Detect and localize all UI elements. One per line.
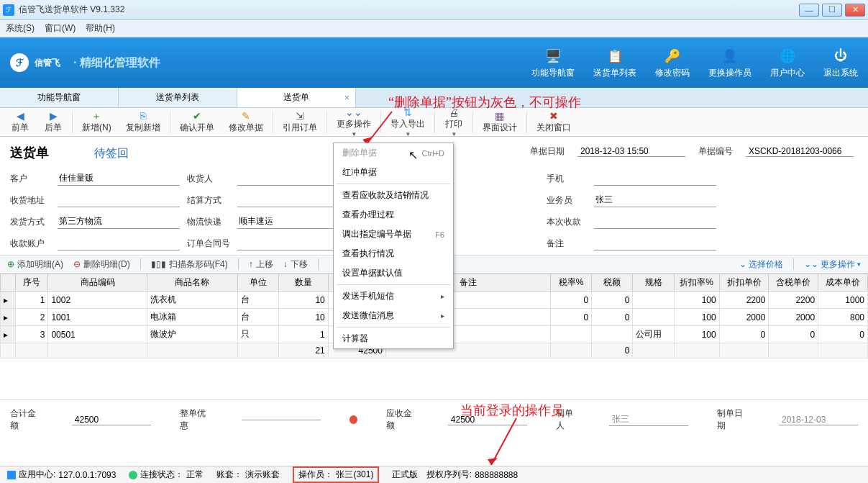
window-close-button[interactable]: ✕ — [845, 4, 865, 17]
col-discprice[interactable]: 折扣单价 — [719, 274, 769, 292]
banner-user-center-button[interactable]: 🌐用户中心 — [770, 47, 805, 79]
doc-date-value[interactable]: 2018-12-03 15:50 — [577, 146, 685, 157]
plus-circle-icon: ⊕ — [7, 259, 14, 269]
thispay-input[interactable] — [594, 215, 716, 229]
add-button[interactable]: ＋新增(N) — [76, 108, 118, 136]
tab-close-icon[interactable]: × — [344, 93, 350, 103]
maker-value: 张三 — [609, 413, 688, 426]
copy-icon: ⎘ — [140, 110, 146, 122]
menu-view-ar[interactable]: 查看应收款及结销情况 — [334, 186, 453, 205]
key-icon: 🔑 — [663, 47, 682, 66]
select-price-button[interactable]: ⌄选择价格 — [739, 258, 783, 271]
customer-input[interactable] — [58, 171, 180, 186]
acct-input[interactable] — [58, 236, 180, 250]
menu-window[interactable]: 窗口(W) — [45, 22, 76, 35]
maker-label: 制单人 — [556, 407, 580, 432]
status-bar: 应用中心:127.0.0.1:7093 连接状态：正常 账套：演示账套 操作员：… — [0, 466, 868, 483]
recv-addr-input[interactable] — [58, 193, 180, 207]
menu-send-wechat[interactable]: 发送微信消息▸ — [334, 306, 453, 325]
form-status: 待签回 — [94, 146, 129, 161]
col-unit[interactable]: 单位 — [237, 274, 278, 292]
banner-nav-button[interactable]: 🖥️功能导航窗 — [531, 47, 575, 79]
flag-dot-icon — [350, 415, 357, 424]
arrow-right-icon: ▶ — [50, 110, 58, 122]
col-qty[interactable]: 数量 — [279, 274, 329, 292]
toolbar: ◀前单 ▶后单 ＋新增(N) ⎘复制新增 ✔确认开单 ✎修改单据 ⇲引用订单 ⌄… — [0, 108, 868, 137]
tab-delivery-list[interactable]: 送货单列表 — [119, 88, 237, 107]
del-detail-button[interactable]: ⊖删除明细(D) — [73, 258, 130, 271]
move-up-button[interactable]: ↑上移 — [249, 258, 273, 271]
col-cost[interactable]: 成本单价 — [818, 274, 868, 292]
ui-design-button[interactable]: ▦界面设计 — [476, 108, 524, 136]
discount-label: 整单优惠 — [180, 407, 213, 432]
col-taxrate[interactable]: 税率% — [550, 274, 591, 292]
print-button[interactable]: 🖨打印▾ — [438, 104, 470, 140]
prev-doc-button[interactable]: ◀前单 — [4, 108, 36, 136]
express-label: 物流快递 — [187, 216, 230, 228]
add-detail-button[interactable]: ⊕添加明细(A) — [7, 258, 63, 271]
menu-red-reverse[interactable]: 红冲单据 — [334, 163, 453, 182]
tab-delivery-note[interactable]: 送货单× — [237, 88, 356, 107]
sales-label: 业务员 — [547, 194, 587, 207]
edit-doc-button[interactable]: ✎修改单据 — [222, 108, 270, 136]
recv-addr-label: 收货地址 — [10, 194, 50, 207]
menu-delete-doc: 删除单据Ctrl+D — [334, 143, 453, 163]
col-code[interactable]: 商品编码 — [48, 274, 147, 292]
menu-system[interactable]: 系统(S) — [6, 22, 35, 35]
arrow-left-icon: ◀ — [17, 110, 24, 122]
detail-more-button[interactable]: ⌄⌄更多操作▾ — [804, 258, 861, 271]
make-date-value: 2018-12-03 — [779, 415, 858, 425]
copy-add-button[interactable]: ⎘复制新增 — [119, 108, 167, 136]
confirm-button[interactable]: ✔确认开单 — [173, 108, 221, 136]
chevron-down-icon: ⌄ — [739, 259, 746, 269]
sales-input[interactable] — [594, 193, 716, 207]
chevrons-down-icon: ⌄⌄ — [804, 259, 818, 269]
app-center-status[interactable]: 应用中心:127.0.0.1:7093 — [7, 469, 116, 481]
menu-call-doc[interactable]: 调出指定编号单据F6 — [334, 225, 453, 244]
cursor-icon: ↖ — [408, 148, 418, 162]
book-status: 账套：演示账套 — [216, 469, 280, 481]
close-window-button[interactable]: ✖关闭窗口 — [530, 108, 577, 136]
menu-view-process[interactable]: 查看办理过程 — [334, 205, 453, 225]
banner-switch-user-button[interactable]: 👤更换操作员 — [708, 47, 751, 79]
remark-input[interactable] — [594, 236, 716, 250]
chevrons-down-icon: ⌄⌄ — [345, 107, 362, 118]
window-titlebar: ℱ 信管飞送货单软件 V9.1.332 — ☐ ✕ — [0, 0, 868, 20]
edition-status: 正式版 授权序列号:888888888 — [392, 469, 518, 481]
make-date-label: 制单日期 — [717, 407, 750, 432]
ref-order-button[interactable]: ⇲引用订单 — [276, 108, 324, 136]
phone-input[interactable] — [594, 171, 716, 186]
menu-view-exec[interactable]: 查看执行情况 — [334, 244, 453, 263]
col-discrate[interactable]: 折扣率% — [674, 274, 719, 292]
svg-marker-3 — [488, 458, 498, 465]
menu-help[interactable]: 帮助(H) — [86, 22, 115, 35]
more-actions-button[interactable]: ⌄⌄更多操作▾ — [330, 104, 378, 140]
move-down-button[interactable]: ↓下移 — [283, 258, 308, 271]
scan-barcode-button[interactable]: ▮▯▮扫描条形码(F4) — [151, 258, 228, 271]
tab-strip: 功能导航窗 送货单列表 送货单× — [0, 88, 868, 108]
tab-nav[interactable]: 功能导航窗 — [0, 88, 119, 107]
menu-calculator[interactable]: 计算器 — [334, 329, 453, 348]
ship-input[interactable] — [58, 215, 180, 229]
banner-exit-button[interactable]: ⏻退出系统 — [823, 47, 858, 79]
maximize-button[interactable]: ☐ — [822, 4, 842, 17]
next-doc-button[interactable]: ▶后单 — [37, 108, 69, 136]
minimize-button[interactable]: — — [799, 4, 819, 17]
menu-set-defaults[interactable]: 设置单据默认值 — [334, 263, 453, 283]
more-actions-menu: 删除单据Ctrl+D 红冲单据 查看应收款及结销情况 查看办理过程 调出指定编号… — [333, 143, 454, 349]
menu-send-sms[interactable]: 发送手机短信▸ — [334, 286, 453, 306]
banner-list-button[interactable]: 📋送货单列表 — [593, 47, 636, 79]
power-icon: ⏻ — [831, 47, 850, 66]
banner-password-button[interactable]: 🔑修改密码 — [655, 47, 690, 79]
col-index[interactable]: 序号 — [15, 274, 48, 292]
import-export-button[interactable]: ⇅导入导出▾ — [384, 104, 431, 140]
col-name[interactable]: 商品名称 — [147, 274, 237, 292]
form-title: 送货单 — [10, 144, 49, 161]
printer-icon: 🖨 — [449, 107, 459, 118]
col-taxprice[interactable]: 含税单价 — [769, 274, 818, 292]
ship-label: 发货方式 — [10, 216, 50, 228]
col-spec[interactable]: 规格 — [633, 274, 674, 292]
plus-icon: ＋ — [91, 110, 101, 122]
col-tax[interactable]: 税额 — [592, 274, 633, 292]
discount-input[interactable] — [242, 420, 321, 420]
